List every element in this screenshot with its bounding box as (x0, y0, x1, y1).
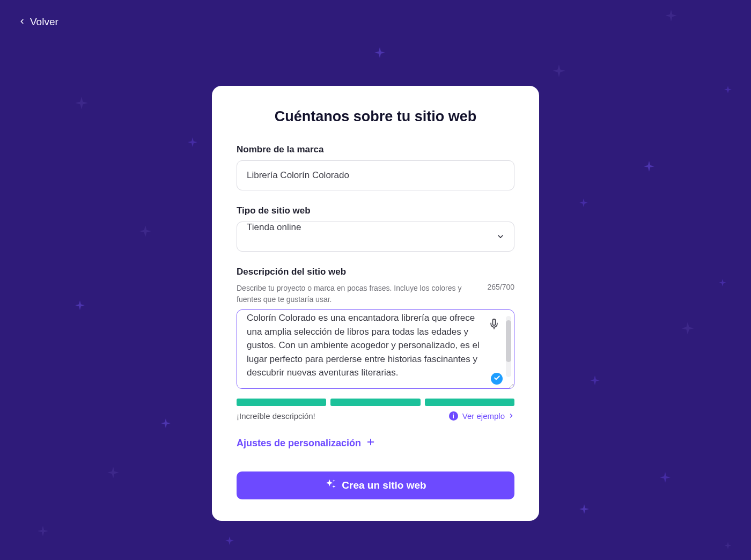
back-link[interactable]: Volver (18, 16, 58, 28)
chevron-left-icon (18, 16, 26, 28)
form-card: Cuéntanos sobre tu sitio web Nombre de l… (212, 86, 539, 521)
site-type-field: Tipo de sitio web Tienda online (237, 205, 514, 252)
brand-field: Nombre de la marca (237, 144, 514, 190)
valid-check-badge (491, 373, 503, 385)
create-website-button[interactable]: Crea un sitio web (237, 471, 514, 499)
description-helper: Describe tu proyecto o marca en pocas fr… (237, 283, 481, 305)
chevron-right-icon (508, 411, 514, 421)
mic-button[interactable] (487, 317, 502, 332)
description-field: Descripción del sitio web Describe tu pr… (237, 267, 514, 421)
description-strength-meter (237, 399, 514, 406)
strength-bar (330, 399, 420, 406)
personalization-label: Ajustes de personalización (237, 438, 361, 449)
brand-label: Nombre de la marca (237, 144, 514, 155)
site-type-label: Tipo de sitio web (237, 205, 514, 216)
brand-input[interactable] (237, 160, 514, 190)
char-counter: 265/700 (487, 283, 514, 305)
site-type-select[interactable]: Tienda online (237, 222, 514, 252)
see-example-link[interactable]: i Ver ejemplo (449, 411, 514, 421)
description-textarea[interactable] (237, 310, 514, 389)
plus-icon (366, 438, 375, 449)
personalization-toggle[interactable]: Ajustes de personalización (237, 438, 375, 449)
sparkles-icon (325, 478, 336, 493)
back-label: Volver (30, 16, 58, 28)
card-title: Cuéntanos sobre tu sitio web (237, 108, 514, 125)
site-type-value: Tienda online (247, 222, 301, 232)
create-website-label: Crea un sitio web (342, 480, 426, 491)
strength-bar (237, 399, 326, 406)
description-feedback: ¡Increíble descripción! (237, 411, 315, 421)
info-icon: i (449, 411, 458, 421)
see-example-label: Ver ejemplo (462, 411, 505, 421)
check-icon (494, 374, 500, 384)
description-label: Descripción del sitio web (237, 267, 514, 277)
strength-bar (425, 399, 514, 406)
microphone-icon (489, 319, 499, 331)
